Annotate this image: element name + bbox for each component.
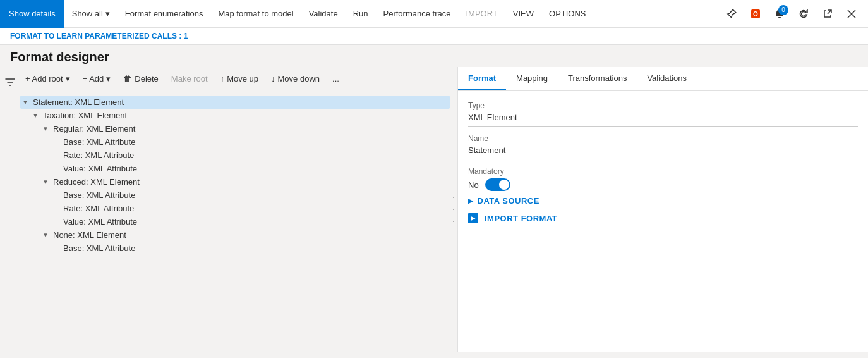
tab-transformations[interactable]: Transformations bbox=[558, 67, 637, 90]
show-all-chevron-icon: ▾ bbox=[105, 9, 110, 18]
tree-item[interactable]: Base: XML Attribute bbox=[20, 242, 450, 255]
validate-button[interactable]: Validate bbox=[301, 0, 346, 28]
tree-item[interactable]: Rate: XML Attribute bbox=[20, 149, 450, 162]
move-up-icon: ↑ bbox=[220, 74, 225, 83]
tree-item-label: Value: XML Attribute bbox=[61, 164, 137, 173]
add-chevron-icon: ▾ bbox=[106, 74, 111, 83]
notification-icon[interactable]: 0 bbox=[768, 3, 791, 25]
name-value: Statement bbox=[468, 145, 858, 159]
tree-chevron-icon[interactable]: ▼ bbox=[40, 231, 51, 238]
move-down-label: Move down bbox=[278, 74, 320, 83]
move-up-label: Move up bbox=[227, 74, 258, 83]
tree-item[interactable]: Base: XML Attribute bbox=[20, 135, 450, 149]
map-format-to-model-button[interactable]: Map format to model bbox=[210, 0, 301, 28]
tree-item[interactable]: Base: XML Attribute bbox=[20, 188, 450, 202]
tree-item-label: Taxation: XML Element bbox=[40, 111, 127, 120]
tree-item-label: Regular: XML Element bbox=[51, 124, 135, 133]
import-format-section[interactable]: ▶ IMPORT FORMAT bbox=[468, 208, 858, 226]
delete-button[interactable]: 🗑 Delete bbox=[118, 71, 164, 86]
data-source-label: DATA SOURCE bbox=[478, 196, 539, 206]
move-down-button[interactable]: ↓ Move down bbox=[266, 71, 325, 86]
move-down-icon: ↓ bbox=[271, 74, 275, 83]
tree-item-label: Base: XML Attribute bbox=[61, 190, 135, 200]
tree-item-label: Base: XML Attribute bbox=[61, 137, 135, 147]
mandatory-label: Mandatory bbox=[468, 167, 858, 176]
panel-resize-handle[interactable] bbox=[450, 67, 457, 352]
page-title: Format designer bbox=[10, 50, 858, 65]
view-button[interactable]: VIEW bbox=[505, 0, 541, 28]
open-external-icon[interactable] bbox=[816, 3, 839, 25]
tree-panel: + Add root ▾ + Add ▾ 🗑 Delete Make root … bbox=[20, 67, 450, 352]
performance-trace-button[interactable]: Performance trace bbox=[376, 0, 459, 28]
tree-item-label: Rate: XML Attribute bbox=[61, 204, 134, 213]
sidebar-filter bbox=[0, 67, 20, 352]
tree-item-label: Value: XML Attribute bbox=[61, 217, 137, 226]
tab-mapping[interactable]: Mapping bbox=[506, 67, 558, 90]
tree-item-label: Statement: XML Element bbox=[30, 97, 124, 107]
name-label: Name bbox=[468, 134, 858, 143]
tree-item[interactable]: ▼Reduced: XML Element bbox=[20, 175, 450, 188]
office-icon[interactable]: O bbox=[744, 3, 767, 25]
type-label: Type bbox=[468, 101, 858, 110]
topbar-right-icons: O 0 bbox=[720, 0, 868, 28]
add-label: + Add bbox=[83, 74, 104, 83]
filter-icon[interactable] bbox=[3, 75, 18, 92]
tree-item[interactable]: ▼Regular: XML Element bbox=[20, 122, 450, 135]
show-details-button[interactable]: Show details bbox=[0, 0, 64, 28]
mandatory-toggle[interactable] bbox=[485, 178, 510, 191]
run-button[interactable]: Run bbox=[346, 0, 376, 28]
tree-item[interactable]: ▼Statement: XML Element bbox=[20, 96, 450, 109]
tab-validations[interactable]: Validations bbox=[637, 67, 697, 90]
add-root-chevron-icon: ▾ bbox=[66, 74, 70, 83]
tree-item[interactable]: Value: XML Attribute bbox=[20, 215, 450, 228]
banner-count: 1 bbox=[181, 32, 188, 40]
move-up-button[interactable]: ↑ Move up bbox=[215, 71, 263, 86]
data-source-section[interactable]: ▶ DATA SOURCE bbox=[468, 191, 858, 208]
import-format-label: IMPORT FORMAT bbox=[485, 214, 557, 223]
toolbar: + Add root ▾ + Add ▾ 🗑 Delete Make root … bbox=[20, 67, 450, 90]
right-content: Type XML Element Name Statement Mandator… bbox=[458, 91, 868, 352]
import-button: IMPORT bbox=[458, 0, 505, 28]
mandatory-no: No bbox=[468, 180, 479, 190]
tab-format[interactable]: Format bbox=[458, 67, 506, 90]
tree-chevron-icon[interactable]: ▼ bbox=[30, 112, 40, 119]
tree-container: ▼Statement: XML Element▼Taxation: XML El… bbox=[20, 90, 450, 352]
tree-item-label: Reduced: XML Element bbox=[51, 177, 140, 187]
tree-chevron-icon[interactable]: ▼ bbox=[40, 178, 51, 185]
tree-item[interactable]: ▼Taxation: XML Element bbox=[20, 109, 450, 122]
delete-label: Delete bbox=[135, 74, 159, 83]
format-enumerations-button[interactable]: Format enumerations bbox=[118, 0, 211, 28]
right-panel: FormatMappingTransformationsValidations … bbox=[457, 67, 868, 352]
topbar: Show details Show all ▾ Format enumerati… bbox=[0, 0, 868, 28]
more-options-button[interactable]: ... bbox=[327, 71, 344, 86]
tree-item-label: Base: XML Attribute bbox=[61, 244, 135, 253]
right-tabs: FormatMappingTransformationsValidations bbox=[458, 67, 868, 91]
import-format-icon: ▶ bbox=[468, 213, 478, 223]
tree-item-label: None: XML Element bbox=[51, 230, 126, 240]
show-all-label: Show all bbox=[72, 9, 103, 18]
tree-chevron-icon[interactable]: ▼ bbox=[20, 99, 30, 106]
banner-prefix: FORMAT TO LEARN PARAMETERIZED CALLS : bbox=[10, 32, 181, 40]
banner: FORMAT TO LEARN PARAMETERIZED CALLS : 1 bbox=[0, 28, 868, 45]
add-button[interactable]: + Add ▾ bbox=[78, 71, 116, 86]
add-root-label: + Add root bbox=[25, 74, 63, 83]
type-value: XML Element bbox=[468, 113, 858, 127]
options-button[interactable]: OPTIONS bbox=[541, 0, 594, 28]
refresh-icon[interactable] bbox=[792, 3, 815, 25]
notification-badge: 0 bbox=[778, 5, 788, 15]
tree-item[interactable]: Rate: XML Attribute bbox=[20, 202, 450, 215]
mandatory-row: No bbox=[468, 178, 858, 191]
tree-chevron-icon[interactable]: ▼ bbox=[40, 125, 51, 132]
data-source-chevron-icon: ▶ bbox=[468, 197, 474, 204]
close-icon[interactable] bbox=[840, 3, 863, 25]
make-root-button: Make root bbox=[166, 71, 213, 86]
main-layout: + Add root ▾ + Add ▾ 🗑 Delete Make root … bbox=[0, 67, 868, 352]
tree-item[interactable]: ▼None: XML Element bbox=[20, 228, 450, 242]
show-all-button[interactable]: Show all ▾ bbox=[64, 0, 118, 28]
tree-item[interactable]: Value: XML Attribute bbox=[20, 162, 450, 175]
svg-text:O: O bbox=[753, 11, 758, 18]
more-options-label: ... bbox=[332, 74, 339, 83]
add-root-button[interactable]: + Add root ▾ bbox=[20, 71, 75, 86]
pin-icon[interactable] bbox=[720, 3, 743, 25]
toggle-thumb bbox=[499, 180, 509, 190]
